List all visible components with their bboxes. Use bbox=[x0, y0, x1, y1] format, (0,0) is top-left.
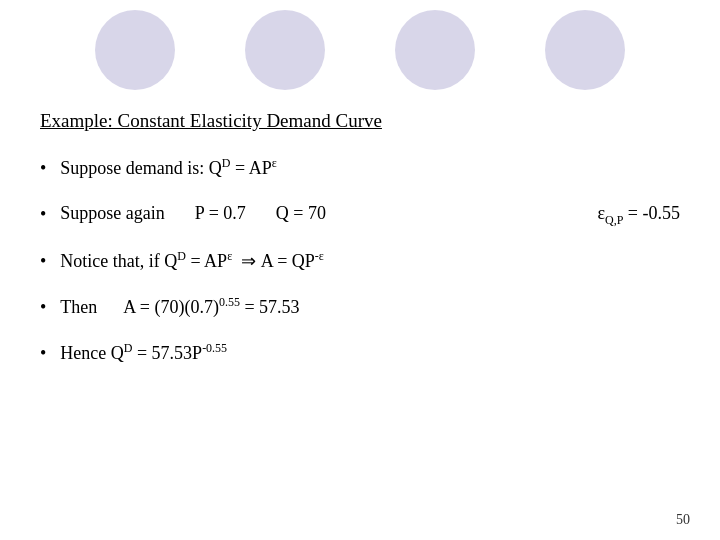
bullet3-arrow: ⇒ A = QP bbox=[232, 251, 315, 271]
bullet2-row: Suppose again P = 0.7 Q = 70 εQ,P = -0.5… bbox=[60, 200, 680, 229]
bullet-item-1: • Suppose demand is: QD = APε bbox=[40, 154, 680, 182]
circle-1 bbox=[95, 10, 175, 90]
bullet5-supNeg: -0.55 bbox=[202, 341, 227, 355]
bullet5-text2: = 57.53P bbox=[132, 343, 202, 363]
bullet-item-2: • Suppose again P = 0.7 Q = 70 εQ,P = -0… bbox=[40, 200, 680, 229]
bullet-content-1: Suppose demand is: QD = APε bbox=[60, 154, 680, 182]
bullet2-label: Suppose again bbox=[60, 200, 164, 227]
decorative-circles-container bbox=[0, 10, 720, 90]
bullet5-text1: Hence Q bbox=[60, 343, 123, 363]
bullet2-epsilon: εQ,P = -0.55 bbox=[597, 200, 680, 229]
bullet2-q: Q = 70 bbox=[276, 200, 326, 227]
bullet1-supE: ε bbox=[272, 156, 277, 170]
bullet-dot-5: • bbox=[40, 340, 46, 367]
bullet4-then: Then A = (70)(0.7) bbox=[60, 297, 219, 317]
bullet4-sup: 0.55 bbox=[219, 295, 240, 309]
bullet-content-2: Suppose again P = 0.7 Q = 70 εQ,P = -0.5… bbox=[60, 200, 680, 229]
bullet2-p: P = 0.7 bbox=[195, 200, 246, 227]
bullet2-sub: Q,P bbox=[605, 213, 623, 227]
slide-title: Example: Constant Elasticity Demand Curv… bbox=[40, 110, 680, 132]
bullet-dot-3: • bbox=[40, 248, 46, 275]
bullet-item-4: • Then A = (70)(0.7)0.55 = 57.53 bbox=[40, 293, 680, 321]
bullet3-supNegE: -ε bbox=[315, 249, 324, 263]
bullet-dot-1: • bbox=[40, 155, 46, 182]
bullet-dot-4: • bbox=[40, 294, 46, 321]
circle-4 bbox=[545, 10, 625, 90]
bullet1-text1: Suppose demand is: Q bbox=[60, 158, 222, 178]
bullet-dot-2: • bbox=[40, 201, 46, 228]
bullet3-supD: D bbox=[177, 249, 186, 263]
page-number: 50 bbox=[676, 512, 690, 528]
bullet-content-3: Notice that, if QD = APε ⇒ A = QP-ε bbox=[60, 247, 680, 275]
bullet1-text2: = AP bbox=[230, 158, 271, 178]
title-text: Example: Constant Elasticity Demand Curv… bbox=[40, 110, 382, 131]
circle-3 bbox=[395, 10, 475, 90]
circle-2 bbox=[245, 10, 325, 90]
bullet3-text2: = AP bbox=[186, 251, 227, 271]
bullet-item-3: • Notice that, if QD = APε ⇒ A = QP-ε bbox=[40, 247, 680, 275]
bullet3-text1: Notice that, if Q bbox=[60, 251, 177, 271]
bullet-content-5: Hence QD = 57.53P-0.55 bbox=[60, 339, 680, 367]
bullet4-rest: = 57.53 bbox=[240, 297, 300, 317]
bullet-item-5: • Hence QD = 57.53P-0.55 bbox=[40, 339, 680, 367]
bullet-content-4: Then A = (70)(0.7)0.55 = 57.53 bbox=[60, 293, 680, 321]
main-content: Example: Constant Elasticity Demand Curv… bbox=[40, 110, 680, 385]
